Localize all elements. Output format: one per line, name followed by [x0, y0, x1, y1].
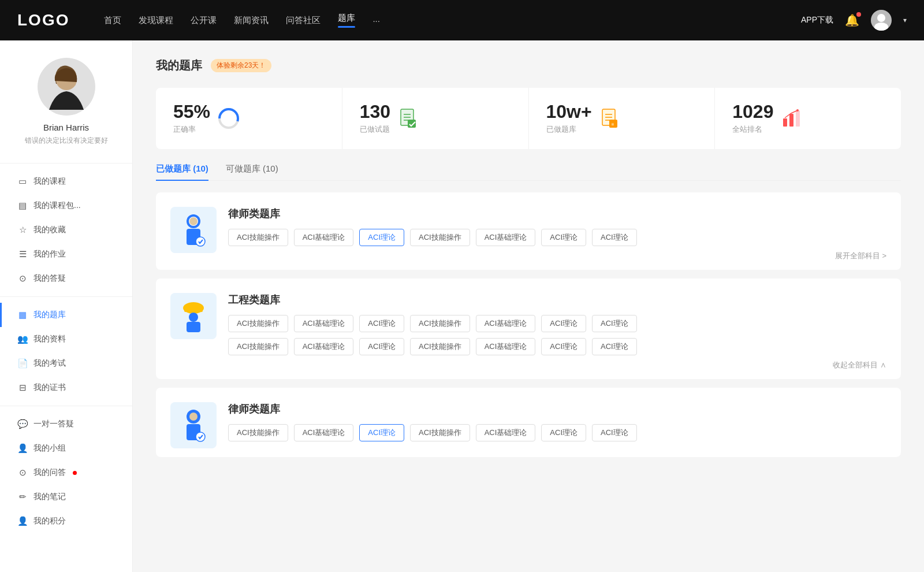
- bank-tag[interactable]: ACI技能操作: [228, 315, 288, 332]
- sidebar-item-my-cert[interactable]: ⊟ 我的证书: [0, 376, 132, 400]
- bank-tag[interactable]: ACI技能操作: [228, 229, 288, 246]
- my-exam-icon: 📄: [17, 358, 28, 369]
- bank-tag[interactable]: ACI基础理论: [476, 338, 536, 355]
- svg-point-25: [796, 109, 799, 112]
- bank-name-lawyer-1: 律师类题库: [228, 207, 886, 221]
- bank-tag[interactable]: ACI理论: [359, 338, 404, 355]
- sidebar-item-my-exam[interactable]: 📄 我的考试: [0, 351, 132, 376]
- stat-banks-value: 10w+: [546, 102, 592, 121]
- profile-name: Brian Harris: [43, 122, 89, 132]
- nav-right: APP下载 ▾: [801, 10, 907, 31]
- sidebar-item-my-materials[interactable]: 👥 我的资料: [0, 327, 132, 351]
- sidebar-menu: ▭ 我的课程 ▤ 我的课程包... ☆ 我的收藏 ☰ 我的作业 ⊙ 我的答疑 ▦: [0, 169, 132, 533]
- bank-tag[interactable]: ACI理论: [592, 338, 637, 355]
- bank-tag[interactable]: ACI基础理论: [476, 229, 536, 246]
- expand-link-lawyer-1[interactable]: 展开全部科目 >: [228, 246, 886, 261]
- nav-discover[interactable]: 发现课程: [139, 15, 173, 26]
- svg-point-1: [877, 14, 885, 22]
- bank-tags-lawyer-1: ACI技能操作 ACI基础理论 ACI理论 ACI技能操作 ACI基础理论 AC…: [228, 229, 886, 246]
- layout: Brian Harris 错误的决定比没有决定要好 ▭ 我的课程 ▤ 我的课程包…: [0, 40, 924, 572]
- sidebar-item-homework[interactable]: ☰ 我的作业: [0, 242, 132, 266]
- stat-accuracy-label: 正确率: [173, 124, 210, 135]
- svg-rect-24: [796, 110, 800, 127]
- my-cert-icon: ⊟: [17, 382, 28, 393]
- bank-tag[interactable]: ACI基础理论: [476, 424, 536, 441]
- bank-tag[interactable]: ACI基础理论: [294, 229, 354, 246]
- sidebar-profile: Brian Harris 错误的决定比没有决定要好: [0, 40, 132, 157]
- bank-card-lawyer-1: 律师类题库 ACI技能操作 ACI基础理论 ACI理论 ACI技能操作 ACI基…: [156, 192, 901, 270]
- sidebar-divider2: [0, 296, 132, 297]
- bank-tag[interactable]: ACI理论: [541, 338, 586, 355]
- bank-tag[interactable]: ACI理论: [541, 424, 586, 441]
- stat-ranking-label: 全站排名: [732, 124, 773, 135]
- svg-point-34: [189, 313, 198, 322]
- nav-more[interactable]: ···: [372, 16, 380, 25]
- bank-tag[interactable]: ACI理论: [541, 315, 586, 332]
- bank-tag-active[interactable]: ACI理论: [359, 424, 404, 441]
- homework-icon: ☰: [17, 249, 28, 259]
- bank-tag[interactable]: ACI理论: [592, 315, 637, 332]
- sidebar-item-my-group[interactable]: 👤 我的小组: [0, 436, 132, 460]
- collapse-link-engineer[interactable]: 收起全部科目 ∧: [228, 355, 886, 370]
- bank-tag[interactable]: ACI基础理论: [294, 338, 354, 355]
- sidebar-item-my-questions[interactable]: ⊙ 我的问答: [0, 460, 132, 485]
- bank-body-engineer: 工程类题库 ACI技能操作 ACI基础理论 ACI理论 ACI技能操作 ACI基…: [228, 293, 886, 370]
- app-download-button[interactable]: APP下载: [801, 15, 833, 25]
- bank-tag[interactable]: ACI理论: [541, 229, 586, 246]
- my-course-icon: ▭: [17, 176, 28, 187]
- sidebar-item-favorites[interactable]: ☆ 我的收藏: [0, 218, 132, 242]
- sidebar-divider3: [0, 406, 132, 406]
- my-notes-icon: ✏: [17, 492, 28, 502]
- stat-banks: 10w+ 已做题库 ≡: [529, 88, 716, 149]
- questions-doc-icon: [397, 107, 420, 130]
- tab-done-banks[interactable]: 已做题库 (10): [156, 164, 208, 180]
- bank-tags-lawyer-2: ACI技能操作 ACI基础理论 ACI理论 ACI技能操作 ACI基础理论 AC…: [228, 424, 886, 441]
- nav-home[interactable]: 首页: [104, 15, 121, 26]
- bank-tag[interactable]: ACI技能操作: [410, 338, 470, 355]
- nav-open-course[interactable]: 公开课: [191, 15, 217, 26]
- user-avatar[interactable]: [871, 10, 892, 31]
- bank-tag[interactable]: ACI理论: [592, 424, 637, 441]
- sidebar-item-my-notes[interactable]: ✏ 我的笔记: [0, 485, 132, 509]
- stat-banks-label: 已做题库: [546, 124, 592, 135]
- sidebar-item-my-points[interactable]: 👤 我的积分: [0, 509, 132, 533]
- bank-name-lawyer-2: 律师类题库: [228, 402, 886, 416]
- course-package-icon: ▤: [17, 200, 28, 211]
- banks-doc-icon: ≡: [599, 107, 622, 130]
- bank-tag[interactable]: ACI理论: [359, 315, 404, 332]
- bank-tag[interactable]: ACI基础理论: [476, 315, 536, 332]
- sidebar-item-tutor[interactable]: 💬 一对一答疑: [0, 412, 132, 436]
- bank-tag[interactable]: ACI技能操作: [228, 338, 288, 355]
- sidebar-divider: [0, 163, 132, 164]
- notification-bell-icon[interactable]: [845, 13, 859, 27]
- nav-qa[interactable]: 问答社区: [286, 15, 321, 26]
- sidebar-item-course-package[interactable]: ▤ 我的课程包...: [0, 194, 132, 218]
- bank-tag[interactable]: ACI理论: [592, 229, 637, 246]
- sidebar-item-question-bank[interactable]: ▦ 我的题库: [0, 303, 132, 327]
- sidebar-item-my-course[interactable]: ▭ 我的课程: [0, 169, 132, 194]
- tab-available-banks[interactable]: 可做题库 (10): [226, 164, 278, 180]
- bank-tag[interactable]: ACI技能操作: [228, 424, 288, 441]
- svg-point-29: [189, 217, 198, 225]
- bank-card-engineer: 工程类题库 ACI技能操作 ACI基础理论 ACI理论 ACI技能操作 ACI基…: [156, 278, 901, 379]
- nav-news[interactable]: 新闻资讯: [234, 15, 269, 26]
- bank-tag[interactable]: ACI技能操作: [410, 424, 470, 441]
- bank-tag[interactable]: ACI基础理论: [294, 315, 354, 332]
- sidebar-item-my-qa[interactable]: ⊙ 我的答疑: [0, 266, 132, 291]
- tabs-row: 已做题库 (10) 可做题库 (10): [156, 164, 901, 181]
- bank-tag-active[interactable]: ACI理论: [359, 229, 404, 246]
- user-menu-chevron-icon[interactable]: ▾: [903, 16, 907, 24]
- page-title: 我的题库: [156, 58, 202, 73]
- svg-rect-14: [408, 120, 416, 128]
- my-points-icon: 👤: [17, 516, 28, 526]
- stat-accuracy: 55% 正确率: [156, 88, 342, 149]
- bank-tag[interactable]: ACI基础理论: [294, 424, 354, 441]
- bank-tag[interactable]: ACI技能操作: [410, 229, 470, 246]
- my-materials-icon: 👥: [17, 334, 28, 344]
- ranking-chart-icon: [780, 107, 803, 130]
- engineer-icon-wrap: [170, 293, 217, 339]
- nav-question-bank[interactable]: 题库: [338, 13, 355, 28]
- bank-tag[interactable]: ACI技能操作: [410, 315, 470, 332]
- my-group-icon: 👤: [17, 443, 28, 454]
- svg-rect-22: [783, 118, 787, 127]
